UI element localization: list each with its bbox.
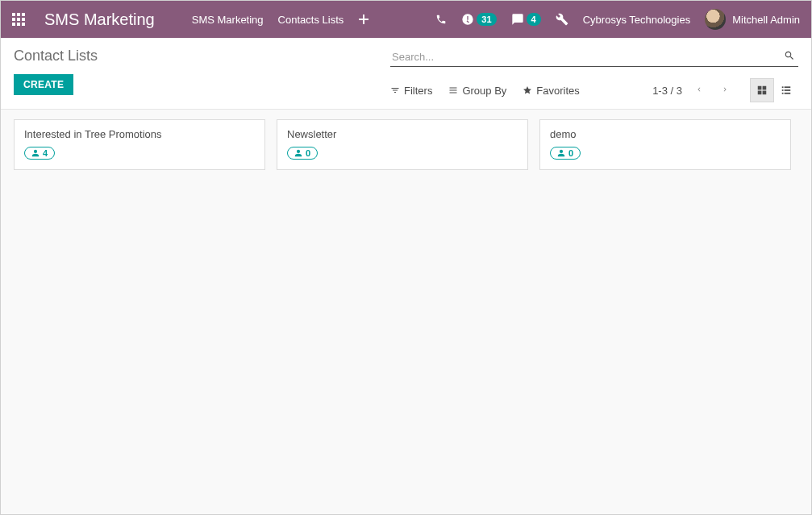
svg-rect-16 (785, 86, 791, 88)
pager-prev[interactable] (690, 81, 708, 100)
recipient-count-pill[interactable]: 4 (24, 147, 55, 160)
kanban-icon (756, 85, 768, 96)
svg-rect-14 (763, 91, 767, 95)
pager-next[interactable] (716, 81, 734, 100)
svg-rect-6 (12, 23, 15, 26)
plus-icon[interactable] (358, 14, 369, 25)
svg-rect-1 (17, 13, 20, 16)
nav-contacts-lists[interactable]: Contacts Lists (278, 14, 344, 26)
view-switch (750, 78, 798, 102)
search-input[interactable] (390, 48, 781, 66)
svg-rect-15 (782, 86, 784, 88)
recipient-count-pill[interactable]: 0 (287, 147, 318, 160)
create-button[interactable]: CREATE (14, 74, 73, 95)
groupby-icon (448, 85, 458, 95)
user-icon (31, 149, 40, 157)
filters-button[interactable]: Filters (390, 85, 432, 97)
svg-rect-8 (22, 23, 25, 26)
apps-icon[interactable] (12, 13, 25, 26)
favorites-button[interactable]: Favorites (523, 85, 579, 97)
favorites-label: Favorites (536, 85, 579, 97)
user-menu[interactable]: Mitchell Admin (705, 9, 800, 30)
star-icon (523, 85, 532, 95)
avatar (705, 9, 726, 30)
kanban-card-title: Interested in Tree Promotions (24, 128, 255, 140)
svg-rect-4 (17, 18, 20, 21)
company-name[interactable]: Cybrosys Technologies (583, 14, 690, 26)
filters-label: Filters (404, 85, 432, 97)
kanban-card[interactable]: Newsletter 0 (277, 119, 528, 170)
breadcrumb: Contact Lists (14, 48, 390, 64)
svg-rect-19 (782, 93, 784, 94)
list-view-button[interactable] (774, 78, 798, 102)
app-brand[interactable]: SMS Marketing (44, 10, 155, 29)
kanban-card-title: Newsletter (287, 128, 518, 140)
messages-badge: 4 (527, 13, 541, 26)
chevron-left-icon (695, 85, 703, 94)
svg-rect-10 (359, 19, 369, 20)
chevron-right-icon (721, 85, 729, 94)
pager: 1-3 / 3 (652, 81, 734, 100)
control-panel: Contact Lists CREATE Filters Group By Fa… (1, 38, 811, 110)
svg-rect-13 (758, 91, 762, 95)
recipient-count: 0 (306, 148, 310, 158)
svg-rect-7 (17, 23, 20, 26)
kanban-body: Interested in Tree Promotions 4 Newslett… (1, 110, 811, 515)
recipient-count-pill[interactable]: 0 (550, 147, 581, 160)
messages-icon[interactable]: 4 (511, 13, 541, 26)
list-icon (781, 85, 792, 96)
kanban-card-title: demo (550, 128, 781, 140)
svg-rect-2 (22, 13, 25, 16)
pager-text[interactable]: 1-3 / 3 (652, 85, 682, 97)
groupby-label: Group By (462, 85, 506, 97)
user-name: Mitchell Admin (732, 14, 800, 26)
nav-sms-marketing[interactable]: SMS Marketing (192, 14, 264, 26)
activities-badge: 31 (477, 13, 496, 26)
svg-rect-0 (12, 13, 15, 16)
svg-rect-12 (763, 86, 767, 90)
svg-rect-18 (785, 89, 791, 91)
toolbar: Filters Group By Favorites 1-3 / 3 (390, 78, 798, 102)
recipient-count: 4 (43, 148, 48, 158)
settings-icon[interactable] (556, 13, 568, 26)
search-icon[interactable] (781, 48, 798, 65)
svg-rect-3 (12, 18, 15, 21)
activities-icon[interactable]: 31 (461, 13, 496, 26)
user-icon (557, 149, 565, 157)
phone-icon[interactable] (435, 14, 447, 25)
search-bar (390, 48, 798, 67)
recipient-count: 0 (568, 148, 573, 158)
svg-rect-5 (22, 18, 25, 21)
kanban-card[interactable]: demo 0 (539, 119, 791, 170)
kanban-view-button[interactable] (750, 78, 774, 102)
svg-rect-17 (782, 89, 784, 91)
svg-rect-20 (785, 93, 791, 94)
top-navbar: SMS Marketing SMS Marketing Contacts Lis… (1, 1, 811, 38)
filter-icon (390, 85, 400, 95)
groupby-button[interactable]: Group By (448, 85, 506, 97)
kanban-card[interactable]: Interested in Tree Promotions 4 (14, 119, 265, 170)
user-icon (294, 149, 302, 157)
svg-rect-11 (758, 86, 762, 90)
